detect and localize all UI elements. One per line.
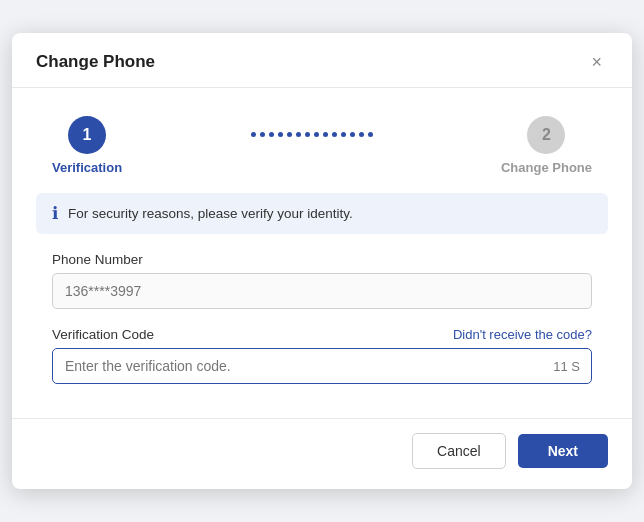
dot: [368, 132, 373, 137]
modal-dialog: Change Phone × 1 Verification: [12, 33, 632, 489]
step-1-label: Verification: [52, 160, 122, 175]
phone-label: Phone Number: [52, 252, 592, 267]
dot: [359, 132, 364, 137]
modal-overlay: Change Phone × 1 Verification: [0, 0, 644, 522]
step-1-circle: 1: [68, 116, 106, 154]
verification-input[interactable]: [52, 348, 592, 384]
dot: [350, 132, 355, 137]
dot: [296, 132, 301, 137]
verification-label-row: Verification Code Didn't receive the cod…: [52, 327, 592, 342]
resend-link[interactable]: Didn't receive the code?: [453, 327, 592, 342]
step-connector: [122, 132, 501, 137]
info-icon: ℹ: [52, 203, 58, 224]
verification-field-group: Verification Code Didn't receive the cod…: [52, 327, 592, 384]
modal-title: Change Phone: [36, 52, 155, 72]
close-button[interactable]: ×: [585, 51, 608, 73]
dot: [323, 132, 328, 137]
stepper: 1 Verification: [12, 88, 632, 193]
verification-input-wrapper: 11 S: [52, 348, 592, 384]
phone-input[interactable]: [52, 273, 592, 309]
phone-field-group: Phone Number: [52, 252, 592, 309]
step-1: 1 Verification: [52, 116, 122, 175]
dot: [251, 132, 256, 137]
dot: [314, 132, 319, 137]
modal-header: Change Phone ×: [12, 33, 632, 88]
dot: [278, 132, 283, 137]
dot-line: [251, 132, 373, 137]
form-body: Phone Number Verification Code Didn't re…: [12, 252, 632, 418]
dot: [287, 132, 292, 137]
step-2: 2 Change Phone: [501, 116, 592, 175]
cancel-button[interactable]: Cancel: [412, 433, 506, 469]
dot: [341, 132, 346, 137]
info-text: For security reasons, please verify your…: [68, 206, 353, 221]
step-2-circle: 2: [527, 116, 565, 154]
next-button[interactable]: Next: [518, 434, 608, 468]
dot: [332, 132, 337, 137]
dot: [260, 132, 265, 137]
modal-footer: Cancel Next: [12, 418, 632, 489]
step-2-label: Change Phone: [501, 160, 592, 175]
info-banner: ℹ For security reasons, please verify yo…: [36, 193, 608, 234]
dot: [269, 132, 274, 137]
verification-label: Verification Code: [52, 327, 154, 342]
dot: [305, 132, 310, 137]
